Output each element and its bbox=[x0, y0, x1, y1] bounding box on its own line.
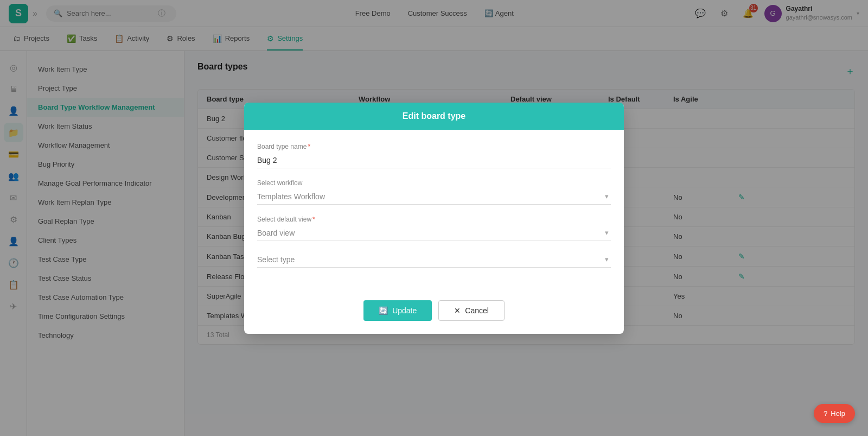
modal-footer: 🔄 Update ✕ Cancel bbox=[244, 292, 624, 334]
select-type-group: Select type bbox=[257, 252, 611, 268]
refresh-icon: 🔄 bbox=[379, 306, 388, 315]
modal-header: Edit board type bbox=[244, 103, 624, 130]
edit-board-type-modal: Edit board type Board type name* Select … bbox=[244, 103, 624, 334]
select-workflow-group: Select workflow Templates Workflow bbox=[257, 179, 611, 205]
select-default-view-label: Select default view* bbox=[257, 216, 611, 223]
select-default-view-dropdown[interactable]: Board view bbox=[257, 225, 611, 241]
help-button[interactable]: ? Help bbox=[814, 404, 855, 423]
update-button[interactable]: 🔄 Update bbox=[363, 300, 432, 321]
modal-body: Board type name* Select workflow Templat… bbox=[244, 130, 624, 292]
select-workflow-wrapper: Templates Workflow bbox=[257, 189, 611, 205]
board-type-name-group: Board type name* bbox=[257, 143, 611, 168]
help-icon: ? bbox=[824, 409, 827, 418]
select-workflow-dropdown[interactable]: Templates Workflow bbox=[257, 189, 611, 205]
select-default-view-group: Select default view* Board view bbox=[257, 216, 611, 241]
select-default-view-wrapper: Board view bbox=[257, 225, 611, 241]
select-type-wrapper: Select type bbox=[257, 252, 611, 268]
close-icon: ✕ bbox=[454, 306, 461, 315]
select-type-dropdown[interactable]: Select type bbox=[257, 252, 611, 268]
board-type-name-label: Board type name* bbox=[257, 143, 611, 150]
cancel-button[interactable]: ✕ Cancel bbox=[438, 300, 505, 321]
modal-overlay[interactable]: Edit board type Board type name* Select … bbox=[0, 0, 868, 436]
board-type-name-input[interactable] bbox=[257, 153, 611, 168]
select-workflow-label: Select workflow bbox=[257, 179, 611, 187]
